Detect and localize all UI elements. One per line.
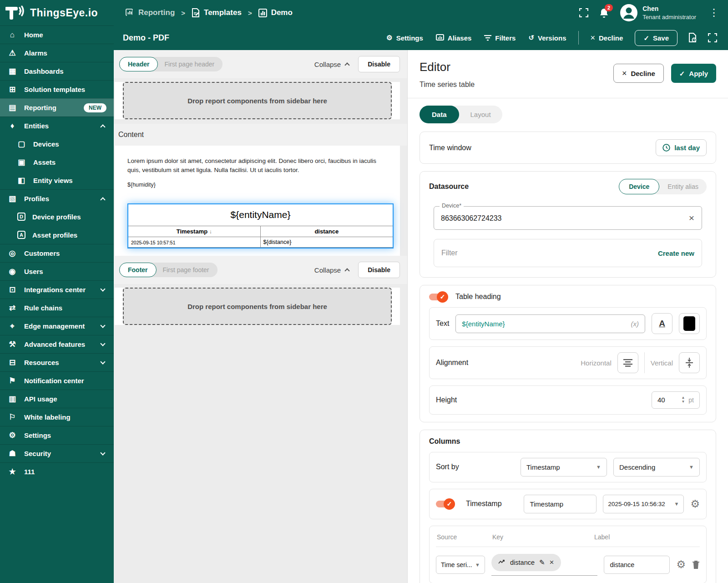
tab-layout[interactable]: Layout	[459, 106, 502, 123]
content-paragraph[interactable]: Lorem ipsum dolor sit amet, consectetur …	[127, 157, 382, 174]
sidebar-item-alarms[interactable]: ⚠Alarms	[0, 44, 114, 62]
widget-col-distance[interactable]: distance	[261, 226, 393, 237]
sidebar-item-white-labeling[interactable]: ⚐White labeling	[0, 408, 114, 426]
fullscreen-icon[interactable]	[703, 30, 722, 46]
height-input[interactable]: 40 ▲▼ pt	[652, 391, 700, 409]
breadcrumb-templates[interactable]: Templates	[192, 8, 242, 17]
sidebar-item-111[interactable]: ★111	[0, 462, 114, 481]
editor-apply-button[interactable]: ✓Apply	[671, 64, 716, 83]
fx-icon[interactable]: (x)	[631, 320, 639, 328]
create-new-filter-link[interactable]: Create new	[658, 249, 694, 257]
sort-key-select[interactable]: Timestamp▼	[521, 458, 607, 477]
decline-button[interactable]: ×Decline	[585, 30, 629, 46]
save-button[interactable]: ✓Save	[635, 30, 677, 46]
font-color-button[interactable]	[679, 313, 700, 334]
editor-decline-button[interactable]: ×Decline	[613, 64, 664, 83]
timestamp-column-row: ✓ Timestamp Timestamp 2025-09-15 10:56:3…	[429, 489, 707, 519]
brand-name: ThingsEye.io	[30, 7, 98, 19]
breadcrumb-demo[interactable]: Demo	[258, 8, 293, 17]
sidebar-item-edge-management[interactable]: ⌖Edge management	[0, 317, 114, 335]
timestamp-title-input[interactable]: Timestamp	[524, 495, 597, 513]
home-icon: ⌂	[7, 30, 17, 40]
table-heading-card: ✓ Table heading Text ${entityName} (x) A	[420, 285, 716, 422]
datasource-type-entity-alias[interactable]: Entity alias	[659, 179, 707, 194]
sidebar-item-security[interactable]: ☗Security	[0, 444, 114, 462]
header-collapse-button[interactable]: Collapse	[314, 61, 349, 68]
footer-tag[interactable]: Footer	[119, 263, 157, 277]
sidebar-item-entities[interactable]: ♦Entities	[0, 117, 114, 135]
editor-subtitle: Time series table	[420, 81, 475, 89]
height-row: Height 40 ▲▼ pt	[429, 385, 707, 415]
sidebar-item-dashboards[interactable]: ▦Dashboards	[0, 62, 114, 80]
timestamp-format-select[interactable]: 2025-09-15 10:56:32▼	[603, 495, 684, 513]
sidebar-item-settings[interactable]: ⚙Settings	[0, 426, 114, 444]
timestamp-toggle[interactable]: ✓	[436, 501, 453, 507]
sidebar-item-customers[interactable]: ◎Customers	[0, 244, 114, 262]
column-settings-gear-icon[interactable]: ⚙	[676, 559, 686, 570]
chevron-up-icon	[345, 62, 350, 67]
font-settings-button[interactable]: A	[652, 313, 672, 334]
device-field[interactable]: Device* 863663062724233 ×	[434, 206, 702, 230]
sidebar-item-device-profiles[interactable]: DDevice profiles	[0, 208, 114, 226]
filters-button[interactable]: Filters	[479, 30, 521, 46]
sidebar-item-assets[interactable]: ▣Assets	[0, 153, 114, 171]
resources-icon: ⊟	[7, 358, 17, 367]
edit-pencil-icon[interactable]: ✎	[539, 558, 545, 567]
vertical-align-button[interactable]	[679, 352, 700, 373]
horizontal-align-button[interactable]	[617, 352, 638, 373]
sidebar-item-resources[interactable]: ⊟Resources	[0, 353, 114, 371]
humidity-placeholder[interactable]: ${humidity}	[127, 182, 387, 188]
key-label-input[interactable]: distance	[604, 556, 670, 574]
sidebar-item-api-usage[interactable]: ▥API usage	[0, 390, 114, 408]
heading-text-value: ${entityName}	[462, 320, 505, 328]
sidebar-item-integrations-center[interactable]: ⊡Integrations center	[0, 280, 114, 299]
first-page-header-chip[interactable]: First page header	[158, 57, 222, 71]
fullscreen-icon[interactable]	[579, 8, 588, 17]
sidebar-item-asset-profiles[interactable]: AAsset profiles	[0, 226, 114, 244]
footer-collapse-button[interactable]: Collapse	[314, 266, 349, 274]
more-menu-icon[interactable]: ⋮	[707, 8, 721, 18]
header-tag[interactable]: Header	[119, 57, 158, 71]
sidebar-item-devices[interactable]: ▢Devices	[0, 135, 114, 153]
remove-key-icon[interactable]: ×	[550, 558, 554, 567]
height-unit: pt	[688, 396, 694, 404]
footer-tag-group: Footer First page footer	[119, 263, 217, 277]
timestamp-settings-gear-icon[interactable]: ⚙	[690, 499, 700, 509]
stepper-icons[interactable]: ▲▼	[681, 396, 685, 404]
aliases-button[interactable]: Aliases	[430, 30, 477, 46]
key-chip[interactable]: distance ✎ ×	[491, 554, 561, 571]
breadcrumb-reporting[interactable]: Reporting	[126, 8, 175, 17]
footer-dropzone[interactable]: Drop report components from sidebar here	[123, 288, 392, 325]
user-menu[interactable]: Chen Tenant administrator	[620, 4, 696, 22]
sidebar-item-rule-chains[interactable]: ⇄Rule chains	[0, 299, 114, 317]
settings-button[interactable]: ⚙Settings	[381, 30, 429, 46]
sidebar-item-users[interactable]: ◉Users	[0, 262, 114, 280]
sidebar-item-reporting[interactable]: ▤ReportingNEW	[0, 98, 114, 117]
header-dropzone[interactable]: Drop report components from sidebar here	[123, 82, 392, 119]
sidebar-item-profiles[interactable]: ▧Profiles	[0, 189, 114, 208]
notifications-bell[interactable]: 2	[599, 8, 609, 18]
header-disable-button[interactable]: Disable	[358, 56, 400, 72]
sidebar-item-home[interactable]: ⌂Home	[0, 25, 114, 44]
filter-field[interactable]: Filter Create new	[434, 239, 702, 267]
tab-data[interactable]: Data	[420, 106, 459, 123]
heading-text-input[interactable]: ${entityName} (x)	[455, 314, 645, 333]
footer-disable-button[interactable]: Disable	[358, 262, 400, 278]
sidebar-item-entity-views[interactable]: ◧Entity views	[0, 171, 114, 189]
first-page-footer-chip[interactable]: First page footer	[157, 263, 217, 277]
key-source-select[interactable]: Time seri...▼	[436, 556, 485, 574]
sidebar-item-solution-templates[interactable]: ⊞Solution templates	[0, 80, 114, 98]
sidebar-item-notification-center[interactable]: ⚑Notification center	[0, 371, 114, 390]
app-logo[interactable]: ThingsEye.io	[0, 5, 114, 20]
datasource-type-device[interactable]: Device	[619, 179, 659, 194]
clear-device-icon[interactable]: ×	[689, 213, 694, 223]
generate-report-icon[interactable]	[684, 29, 702, 46]
widget-col-timestamp[interactable]: Timestamp ↓	[128, 226, 261, 237]
table-heading-toggle[interactable]: ✓	[429, 294, 446, 300]
versions-button[interactable]: ↺Versions	[523, 30, 571, 46]
sidebar-item-advanced-features[interactable]: ⚒Advanced features	[0, 335, 114, 353]
sort-order-select[interactable]: Descending▼	[613, 458, 700, 477]
time-window-button[interactable]: last day	[656, 139, 707, 156]
delete-column-icon[interactable]	[692, 560, 700, 569]
time-series-table-widget[interactable]: ${entityName} Timestamp ↓ distance 2025-…	[127, 203, 394, 248]
